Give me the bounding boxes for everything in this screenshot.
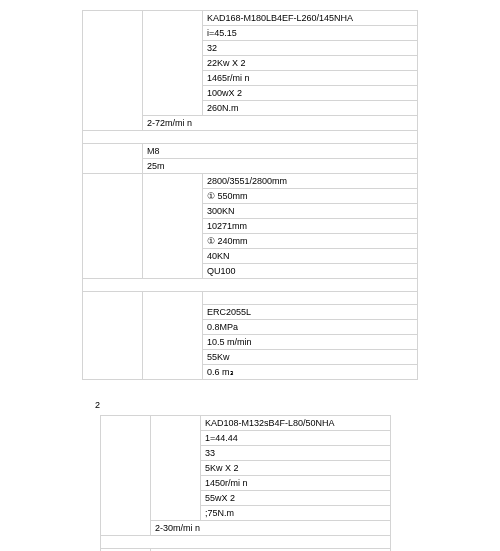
cell-value xyxy=(83,279,418,292)
cell-value: 10271mm xyxy=(203,219,418,234)
cell-value: 2-30m/mi n xyxy=(151,521,391,536)
cell-value: 25m xyxy=(143,159,418,174)
cell-value: 55wX 2 xyxy=(201,491,391,506)
table-row xyxy=(101,536,391,549)
cell-value: 1465r/mi n xyxy=(203,71,418,86)
cell-value: 0.6 m₃ xyxy=(203,365,418,380)
cell-value: 2800/3551/2800mm xyxy=(203,174,418,189)
cell-value: 300KN xyxy=(203,204,418,219)
cell-value: 2-72m/mi n xyxy=(143,116,418,131)
cell-value: ① 240mm xyxy=(203,234,418,249)
cell-value xyxy=(83,131,418,144)
spec-table-2: KAD108-M132sB4F-L80/50NHA 1=44.44 33 5Kw… xyxy=(100,415,391,551)
cell-value xyxy=(101,536,391,549)
table-row xyxy=(83,131,418,144)
cell-value: ;75N.m xyxy=(201,506,391,521)
cell-value: 22Kw X 2 xyxy=(203,56,418,71)
cell-value: ERC2055L xyxy=(203,305,418,320)
cell-value: 100wX 2 xyxy=(203,86,418,101)
cell-value: M8 xyxy=(143,144,418,159)
table-row: M8 xyxy=(83,144,418,159)
table-row xyxy=(83,292,418,305)
table-row: 2800/3551/2800mm xyxy=(83,174,418,189)
cell-value: 0.8MPa xyxy=(203,320,418,335)
section-2-label: 2 xyxy=(95,400,500,410)
table-row: KAD168-M180LB4EF-L260/145NHA xyxy=(83,11,418,26)
cell-value: i=45.15 xyxy=(203,26,418,41)
cell-value: 5Kw X 2 xyxy=(201,461,391,476)
cell-value: 1=44.44 xyxy=(201,431,391,446)
cell-value: QU100 xyxy=(203,264,418,279)
cell-value: 40KN xyxy=(203,249,418,264)
cell-value xyxy=(203,292,418,305)
cell-value: 33 xyxy=(201,446,391,461)
cell-value: 260N.m xyxy=(203,101,418,116)
cell-value: 32 xyxy=(203,41,418,56)
cell-value: 1450r/mi n xyxy=(201,476,391,491)
cell-value: 55Kw xyxy=(203,350,418,365)
cell-value: KAD108-M132sB4F-L80/50NHA xyxy=(201,416,391,431)
table-row: KAD108-M132sB4F-L80/50NHA xyxy=(101,416,391,431)
table-row xyxy=(83,279,418,292)
cell-value: 10.5 m/min xyxy=(203,335,418,350)
cell-value: KAD168-M180LB4EF-L260/145NHA xyxy=(203,11,418,26)
spec-table-1: KAD168-M180LB4EF-L260/145NHA i=45.15 32 … xyxy=(82,10,418,380)
cell-value: ① 550mm xyxy=(203,189,418,204)
